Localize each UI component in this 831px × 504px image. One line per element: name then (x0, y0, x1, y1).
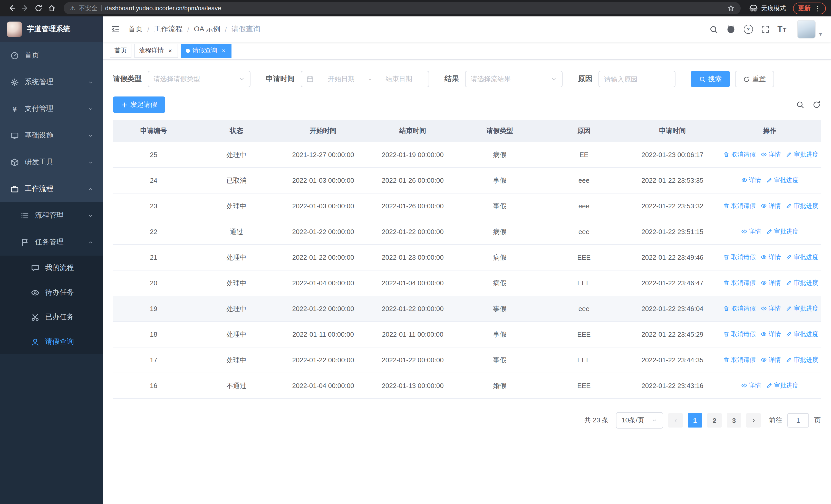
sidebar-item-4[interactable]: 研发工具 (0, 149, 103, 176)
navbar-actions: ? TT ▼ (709, 20, 823, 38)
action-detail-link[interactable]: 详情 (761, 202, 781, 210)
avatar[interactable] (797, 20, 815, 38)
incognito-label: 无痕模式 (761, 4, 786, 12)
action-cancel-link[interactable]: 取消请假 (723, 304, 756, 313)
close-icon[interactable]: × (220, 47, 227, 54)
sidebar-item-2[interactable]: ¥支付管理 (0, 95, 103, 122)
table-cell-actions: 取消请假详情审批进度 (719, 244, 821, 270)
apply-time-range-picker[interactable]: 开始日期 - 结束日期 (301, 71, 429, 87)
collapse-sidebar-icon[interactable] (103, 17, 128, 42)
bookmark-star-icon[interactable] (727, 5, 735, 12)
action-progress-link[interactable]: 审批进度 (786, 202, 819, 210)
action-progress-link[interactable]: 审批进度 (786, 356, 819, 364)
trash-icon (723, 203, 729, 209)
goto-page-input[interactable] (787, 413, 809, 427)
action-cancel-link[interactable]: 取消请假 (723, 202, 756, 210)
reset-button[interactable]: 重置 (735, 71, 774, 87)
action-detail-link[interactable]: 详情 (741, 176, 761, 185)
action-detail-link[interactable]: 详情 (761, 150, 781, 159)
sidebar-item-6[interactable]: 流程管理 (0, 202, 103, 229)
table-cell: 2022-01-22 23:51:15 (626, 219, 719, 244)
action-detail-link[interactable]: 详情 (761, 304, 781, 313)
next-page-button[interactable] (746, 413, 761, 427)
action-progress-link[interactable]: 审批进度 (766, 381, 798, 390)
action-label: 详情 (769, 150, 781, 159)
sidebar-item-8[interactable]: 我的流程 (0, 256, 103, 280)
reload-icon[interactable] (32, 2, 45, 14)
page-button-2[interactable]: 2 (707, 413, 722, 427)
home-icon[interactable] (45, 2, 58, 14)
breadcrumb-separator: / (225, 25, 227, 33)
action-cancel-link[interactable]: 取消请假 (723, 279, 756, 288)
forward-icon[interactable] (19, 2, 32, 14)
action-detail-link[interactable]: 详情 (761, 356, 781, 364)
action-progress-link[interactable]: 审批进度 (786, 330, 819, 339)
table-cell-actions: 取消请假详情审批进度 (719, 270, 821, 296)
table-tools (796, 100, 821, 109)
action-detail-link[interactable]: 详情 (741, 227, 761, 236)
page-size-select[interactable]: 10条/页 (616, 412, 663, 428)
action-progress-link[interactable]: 审批进度 (786, 150, 819, 159)
action-cancel-link[interactable]: 取消请假 (723, 330, 756, 339)
sidebar-item-7[interactable]: 任务管理 (0, 229, 103, 256)
search-button[interactable]: 搜索 (691, 71, 730, 87)
sidebar-item-1[interactable]: 系统管理 (0, 69, 103, 95)
page-button-3[interactable]: 3 (727, 413, 741, 427)
fullscreen-icon[interactable] (761, 25, 769, 33)
page-button-1[interactable]: 1 (688, 413, 702, 427)
result-select[interactable]: 请选择流结果 (465, 71, 563, 87)
breadcrumb-separator: / (147, 25, 149, 33)
url-text[interactable]: dashboard.yudao.iocoder.cn/bpm/oa/leave (105, 5, 724, 12)
action-detail-link[interactable]: 详情 (761, 330, 781, 339)
edit-icon (786, 331, 792, 337)
search-icon[interactable] (709, 25, 718, 34)
table-cell: 2022-01-03 00:00:00 (279, 168, 368, 193)
action-cancel-link[interactable]: 取消请假 (723, 356, 756, 364)
sidebar-item-9[interactable]: 待办任务 (0, 280, 103, 305)
breadcrumb-item[interactable]: 首页 (128, 25, 143, 34)
leave-type-label: 请假类型 (113, 75, 142, 84)
address-bar[interactable]: ⚠ 不安全 dashboard.yudao.iocoder.cn/bpm/oa/… (64, 2, 741, 14)
trash-icon (723, 254, 729, 261)
table-cell: 2022-01-23 00:06:17 (626, 142, 719, 168)
back-icon[interactable] (5, 2, 19, 14)
action-detail-link[interactable]: 详情 (741, 381, 761, 390)
action-progress-link[interactable]: 审批进度 (786, 253, 819, 262)
sidebar-item-0[interactable]: 首页 (0, 42, 103, 69)
sidebar-menu: 首页系统管理¥支付管理基础设施研发工具工作流程流程管理任务管理我的流程待办任务已… (0, 42, 103, 354)
sidebar-item-3[interactable]: 基础设施 (0, 122, 103, 149)
user-menu[interactable]: ▼ (797, 20, 823, 38)
action-progress-link[interactable]: 审批进度 (786, 279, 819, 288)
security-label[interactable]: 不安全 (79, 4, 97, 12)
font-size-icon[interactable]: TT (777, 25, 787, 34)
screen: ⚠ 不安全 dashboard.yudao.iocoder.cn/bpm/oa/… (0, 0, 831, 504)
prev-page-button[interactable] (668, 413, 683, 427)
eye-icon (761, 357, 767, 363)
result-placeholder: 请选择流结果 (471, 75, 548, 84)
breadcrumb-item[interactable]: 工作流程 (154, 25, 183, 34)
reason-input[interactable] (599, 71, 676, 87)
github-icon[interactable] (726, 25, 735, 34)
help-icon[interactable]: ? (744, 25, 753, 34)
sidebar-item-11[interactable]: 请假查询 (0, 329, 103, 354)
menu-dots-icon[interactable]: ⋮ (814, 5, 821, 11)
action-detail-link[interactable]: 详情 (761, 279, 781, 288)
hide-search-icon[interactable] (796, 100, 804, 109)
refresh-table-icon[interactable] (812, 100, 821, 109)
action-detail-link[interactable]: 详情 (761, 253, 781, 262)
tab-0[interactable]: 首页 (110, 43, 132, 58)
action-progress-link[interactable]: 审批进度 (786, 304, 819, 313)
action-progress-link[interactable]: 审批进度 (766, 227, 798, 236)
close-icon[interactable]: × (167, 47, 173, 54)
sidebar-item-5[interactable]: 工作流程 (0, 176, 103, 202)
update-button[interactable]: 更新 ⋮ (793, 2, 826, 14)
tab-2[interactable]: 请假查询× (181, 43, 231, 58)
leave-type-select[interactable]: 请选择请假类型 (148, 71, 251, 87)
action-cancel-link[interactable]: 取消请假 (723, 253, 756, 262)
action-progress-link[interactable]: 审批进度 (766, 176, 798, 185)
breadcrumb-item[interactable]: OA 示例 (194, 25, 221, 34)
action-cancel-link[interactable]: 取消请假 (723, 150, 756, 159)
create-leave-button[interactable]: 发起请假 (113, 96, 165, 113)
sidebar-item-10[interactable]: 已办任务 (0, 305, 103, 329)
tab-1[interactable]: 流程详情× (135, 43, 178, 58)
